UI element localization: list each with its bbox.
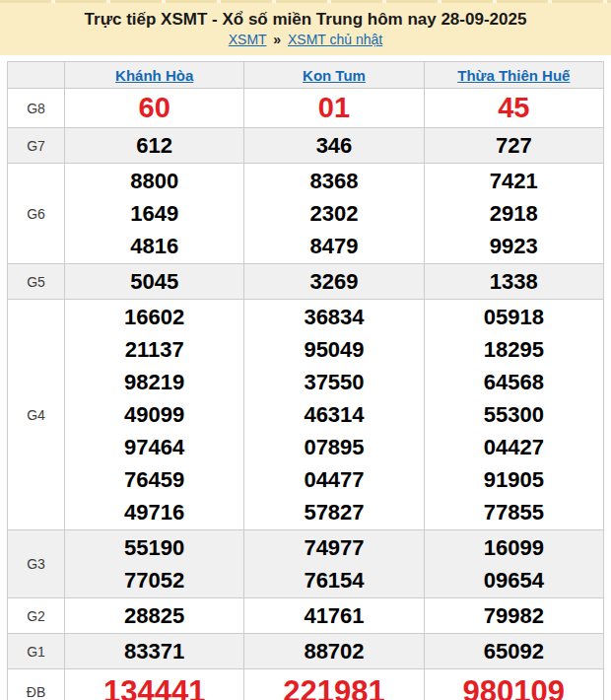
result-cell-g3-col2: 7497776154 [244,530,424,598]
result-number: 16099 [425,531,603,564]
result-cell-db-col1: 134441 [65,669,244,700]
result-number: 01 [244,90,423,126]
result-number: 18295 [425,333,603,366]
result-number: 60 [65,90,243,126]
result-number: 8368 [244,165,423,197]
results-table-body: G8600145G7612346727G68800164948168368230… [8,89,604,700]
result-number: 5045 [65,265,243,298]
result-cell-g4-col2: 36834950493755046314078950447757827 [244,300,424,530]
result-number: 74977 [244,531,423,564]
prize-label-g3: G3 [8,530,65,598]
result-cell-g6-col3: 742129189923 [424,164,603,264]
result-number: 57827 [244,496,423,528]
result-number: 9923 [425,230,603,262]
result-number: 45 [425,90,603,126]
prize-label-g1: G1 [8,634,65,669]
result-number: 46314 [244,398,423,431]
result-cell-g5-col1: 5045 [65,264,244,300]
prize-label-g6: G6 [8,164,65,264]
column-header-thua-thien-hue: Thừa Thiên Huế [424,62,603,89]
column-header-kon-tum: Kon Tum [244,62,424,89]
result-number: 98219 [65,366,243,398]
table-header-row: Khánh Hòa Kon Tum Thừa Thiên Huế [8,62,604,89]
result-number: 04427 [425,431,603,463]
result-number: 91905 [425,463,603,496]
prize-column-header-empty [8,62,65,89]
result-cell-g7-col3: 727 [424,128,603,164]
result-cell-g1-col3: 65092 [424,634,603,669]
column-link-thua-thien-hue[interactable]: Thừa Thiên Huế [457,67,570,84]
prize-row-g5: G5504532691338 [8,264,604,300]
result-number: 8800 [65,165,243,197]
prize-row-g3: G3551907705274977761541609909654 [8,530,604,598]
result-number: 41761 [244,599,423,632]
result-cell-g8-col1: 60 [65,89,244,128]
result-number: 09654 [425,564,603,596]
prize-label-db: ĐB [8,669,65,700]
result-cell-g2-col2: 41761 [244,598,424,634]
result-number: 79982 [425,599,603,632]
result-cell-g8-col3: 45 [424,89,603,128]
breadcrumb-link-xsmt[interactable]: XSMT [229,32,267,47]
result-number: 64568 [425,366,603,398]
result-cell-g5-col2: 3269 [244,264,424,300]
result-number: 49716 [65,496,243,528]
result-number: 76459 [65,463,243,496]
result-number: 2302 [244,197,423,230]
prize-row-g4: G416602211379821949099974647645949716368… [8,300,604,530]
result-cell-g1-col1: 83371 [65,634,244,669]
result-cell-g2-col3: 79982 [424,598,603,634]
prize-row-db: ĐB134441221981980109 [8,669,604,700]
result-cell-g6-col1: 880016494816 [65,164,244,264]
prize-row-g2: G2288254176179982 [8,598,604,634]
column-header-khanh-hoa: Khánh Hòa [65,62,244,89]
result-number: 37550 [244,366,423,398]
prize-row-g7: G7612346727 [8,128,604,164]
result-number: 612 [65,129,243,162]
result-number: 134441 [65,670,243,700]
result-number: 55190 [65,531,243,564]
result-cell-g3-col1: 5519077052 [65,530,244,598]
result-number: 49099 [65,398,243,431]
result-number: 97464 [65,431,243,463]
result-number: 05918 [425,301,603,333]
result-number: 77052 [65,564,243,596]
result-number: 95049 [244,333,423,366]
result-number: 8479 [244,230,423,262]
result-number: 2918 [425,197,603,230]
result-cell-g6-col2: 836823028479 [244,164,424,264]
result-number: 21137 [65,333,243,366]
result-cell-g4-col3: 05918182956456855300044279190577855 [424,300,603,530]
result-number: 88702 [244,635,423,667]
prize-label-g8: G8 [8,89,65,128]
prize-row-g8: G8600145 [8,89,604,128]
result-number: 7421 [425,165,603,197]
result-number: 04477 [244,463,423,496]
result-number: 36834 [244,301,423,333]
result-number: 55300 [425,398,603,431]
result-number: 1338 [425,265,603,298]
breadcrumb: XSMT » XSMT chủ nhật [0,30,611,49]
result-number: 76154 [244,564,423,596]
result-number: 727 [425,129,603,162]
page-title: Trực tiếp XSMT - Xổ số miền Trung hôm na… [0,3,611,30]
result-number: 980109 [425,670,603,700]
result-number: 3269 [244,265,423,298]
result-cell-g5-col3: 1338 [424,264,603,300]
result-cell-db-col2: 221981 [244,669,424,700]
prize-label-g4: G4 [8,300,65,530]
breadcrumb-link-xsmt-chu-nhat[interactable]: XSMT chủ nhật [288,32,382,47]
column-link-khanh-hoa[interactable]: Khánh Hòa [115,67,193,84]
result-cell-db-col3: 980109 [424,669,603,700]
result-cell-g7-col1: 612 [65,128,244,164]
breadcrumb-separator: » [273,32,281,47]
prize-label-g5: G5 [8,264,65,300]
result-number: 4816 [65,230,243,262]
prize-label-g7: G7 [8,128,65,164]
prize-row-g1: G1833718870265092 [8,634,604,669]
column-link-kon-tum[interactable]: Kon Tum [303,67,366,84]
result-number: 1649 [65,197,243,230]
result-cell-g4-col1: 16602211379821949099974647645949716 [65,300,244,530]
prize-row-g6: G6880016494816836823028479742129189923 [8,164,604,264]
result-number: 346 [244,129,423,162]
